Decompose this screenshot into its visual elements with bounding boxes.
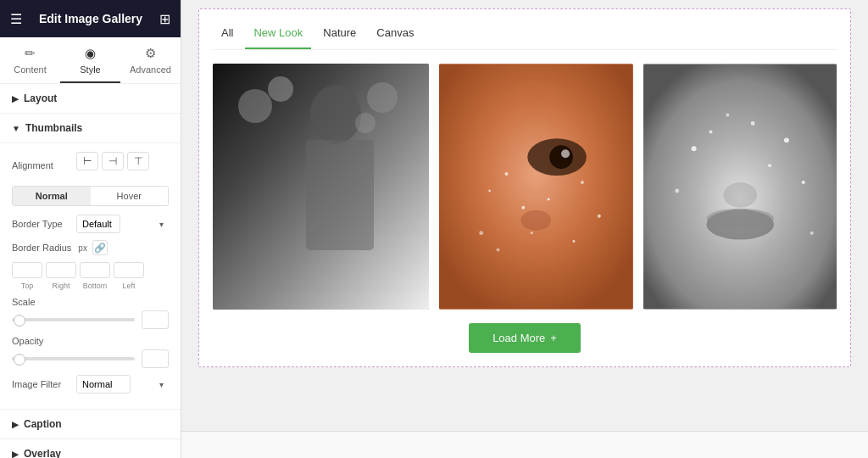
gallery-image-1-svg [213,64,429,310]
filter-tab-canvas[interactable]: Canvas [368,23,422,49]
br-right-input[interactable] [46,262,76,278]
normal-toggle-btn[interactable]: Normal [13,187,91,205]
load-more-icon: + [550,332,557,344]
overlay-section-label: Overlay [24,448,61,458]
svg-point-28 [783,137,788,142]
gallery-image-3[interactable] [643,64,837,310]
svg-point-10 [561,149,570,158]
left-panel: ☰ Edit Image Gallery ⊞ ✏ Content ◉ Style… [0,0,181,458]
top-bar: ☰ Edit Image Gallery ⊞ [0,0,181,37]
svg-point-25 [723,182,757,208]
br-top-label: Top [12,282,42,290]
scale-value-input[interactable] [142,310,169,329]
tab-advanced-label: Advanced [130,64,171,75]
opacity-row: Opacity [12,336,169,368]
border-type-select-wrapper: Default Solid Dashed Dotted None [76,215,169,233]
border-type-select[interactable]: Default Solid Dashed Dotted None [76,215,120,233]
svg-point-24 [706,209,773,229]
caption-section-header[interactable]: ▶ Caption [0,410,181,439]
thumbnails-section-content: Alignment ⊢ ⊣ ⊤ Normal Hover Border Type… [0,143,181,410]
svg-point-15 [581,181,584,184]
tab-content-label: Content [14,64,47,75]
svg-point-14 [548,198,550,200]
svg-point-16 [479,231,483,235]
caption-arrow-icon: ▶ [12,420,19,429]
gallery-wrapper[interactable]: All New Look Nature Canvas [181,0,868,431]
svg-point-33 [750,121,754,126]
thumbnails-section-label: Thumbnails [25,122,82,134]
panel-title: Edit Image Gallery [39,12,142,25]
svg-point-9 [549,145,573,169]
alignment-buttons: ⊢ ⊣ ⊤ [76,152,149,170]
align-center-button[interactable]: ⊣ [102,152,124,170]
hamburger-icon[interactable]: ☰ [10,11,22,27]
br-left-input[interactable] [114,262,144,278]
svg-point-21 [520,210,551,231]
border-radius-label: Border Radius [12,243,71,253]
svg-point-29 [768,164,771,167]
layout-section-header[interactable]: ▶ Layout [0,84,181,114]
br-bottom-label: Bottom [80,282,110,290]
filter-tab-all[interactable]: All [213,23,242,49]
br-right-label: Right [46,282,76,290]
caption-section-label: Caption [24,418,62,430]
alignment-label: Alignment [12,160,71,170]
svg-point-18 [531,232,533,234]
gallery-filter-tabs: All New Look Nature Canvas [213,23,837,50]
svg-point-32 [726,114,729,117]
opacity-slider[interactable] [12,357,135,360]
opacity-slider-row [12,349,169,368]
load-more-label: Load More [492,332,545,344]
align-right-button[interactable]: ⊤ [127,152,149,170]
layout-arrow-icon: ▶ [12,94,19,103]
svg-rect-7 [439,64,633,309]
load-more-row: Load More + [213,323,837,353]
scale-row: Scale [12,297,169,329]
svg-point-17 [598,215,601,218]
gallery-image-2-svg [439,64,633,310]
layout-section-label: Layout [24,92,57,104]
normal-hover-toggle: Normal Hover [12,186,169,206]
tab-content[interactable]: ✏ Content [0,37,60,83]
thumbnails-arrow-icon: ▼ [12,124,20,133]
br-top-input[interactable] [12,262,42,278]
opacity-value-input[interactable] [142,349,169,368]
image-filter-select-wrapper: Normal Grayscale Sepia Blur [76,375,169,394]
image-filter-select[interactable]: Normal Grayscale Sepia Blur [76,375,131,394]
gallery-image-2[interactable] [439,64,633,310]
hover-toggle-btn[interactable]: Hover [91,187,169,205]
scale-label: Scale [12,297,169,307]
scale-slider[interactable] [12,318,135,321]
thumbnails-section-header[interactable]: ▼ Thumbnails [0,114,181,143]
svg-point-12 [488,189,491,192]
border-radius-labels: Top Right Bottom Left [12,282,169,290]
br-bottom-input[interactable] [80,262,110,278]
gallery-container: All New Look Nature Canvas [198,8,851,367]
advanced-icon: ⚙ [145,46,156,61]
tab-advanced[interactable]: ⚙ Advanced [120,37,181,83]
svg-point-27 [709,130,712,133]
style-icon: ◉ [85,46,96,61]
overlay-section-header[interactable]: ▶ Overlay [0,439,181,458]
alignment-row: Alignment ⊢ ⊣ ⊤ [12,152,169,179]
overlay-arrow-icon: ▶ [12,450,19,459]
filter-tab-nature[interactable]: Nature [314,23,364,49]
filter-tab-newlook[interactable]: New Look [245,23,311,49]
load-more-button[interactable]: Load More + [469,323,581,353]
image-filter-label: Image Filter [12,379,71,389]
svg-point-20 [572,240,575,243]
svg-point-19 [497,249,500,252]
scale-slider-row [12,310,169,329]
right-panel: All New Look Nature Canvas [181,0,868,458]
gallery-image-3-svg [643,64,837,310]
content-icon: ✏ [25,46,36,61]
svg-point-30 [675,188,679,193]
tab-style[interactable]: ◉ Style [60,37,120,83]
link-icon[interactable]: 🔗 [92,240,108,255]
gallery-image-1[interactable] [213,64,429,310]
bottom-bar [181,431,868,458]
grid-icon[interactable]: ⊞ [159,11,170,27]
br-left-label: Left [114,282,144,290]
align-left-button[interactable]: ⊢ [76,152,98,170]
image-filter-row: Image Filter Normal Grayscale Sepia Blur [12,375,169,394]
